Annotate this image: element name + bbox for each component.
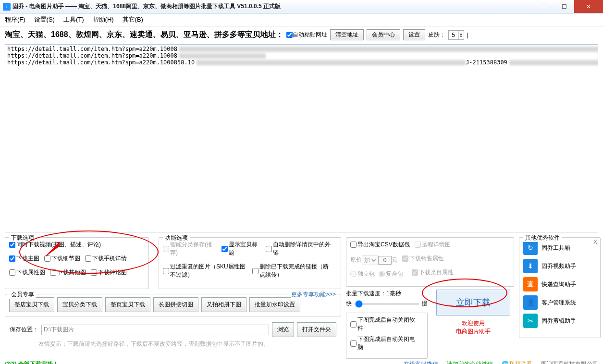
member-btn-whole-page[interactable]: 整页宝贝下载 bbox=[105, 297, 150, 312]
download-attr-img-checkbox[interactable]: 下载属性图 bbox=[9, 268, 45, 277]
orig-price-label: 原价 bbox=[350, 256, 362, 264]
member-title: 会员专享 bbox=[9, 291, 36, 299]
filter-dup-checkbox[interactable]: 过滤重复的图片（SKU属性图不过滤） bbox=[163, 263, 247, 279]
batch-speed-label: 批量下载速度：1毫秒 bbox=[346, 290, 428, 298]
pkg-combo-radio: 复合包 bbox=[379, 270, 403, 278]
toolbox-icon: ↻ bbox=[523, 241, 538, 255]
soft-item-crm[interactable]: 👤客户管理系统 bbox=[523, 295, 596, 310]
show-title-checkbox[interactable]: 显示宝贝标题 bbox=[222, 241, 261, 257]
dl-sale-attr-checkbox: 下载销售属性 bbox=[402, 255, 444, 263]
auto-close-soft-checkbox[interactable]: 下图完成后自动关闭软件 bbox=[350, 316, 418, 332]
close-button[interactable]: ✕ bbox=[574, 0, 603, 13]
express-icon: 查 bbox=[523, 277, 538, 291]
spinner-arrows-icon[interactable]: ▲▼ bbox=[458, 31, 464, 39]
url-textarea[interactable]: https://detail.tmall.com/item.htm?spm=a2… bbox=[5, 44, 598, 232]
function-options-title: 功能选项 bbox=[163, 234, 190, 242]
other-software-group: 其他优秀软件 X ↻固乔工具箱 ⬇固乔视频助手 查快递查询助手 👤客户管理系统 … bbox=[519, 237, 601, 338]
member-btn-whole-shop[interactable]: 整店宝贝下载 bbox=[9, 297, 54, 312]
member-btn-category[interactable]: 宝贝分类下载 bbox=[57, 297, 102, 312]
menu-settings[interactable]: 设置(S) bbox=[34, 15, 55, 24]
skin-value-input[interactable] bbox=[449, 31, 458, 39]
skin-label: 皮肤： bbox=[428, 31, 445, 39]
member-center-button[interactable]: 会员中心 bbox=[367, 29, 400, 40]
menu-program[interactable]: 程序(F) bbox=[5, 15, 25, 24]
price-op-select: 加 bbox=[362, 255, 378, 265]
auto-paste-checkbox[interactable]: 自动粘贴网址 bbox=[286, 31, 327, 39]
status-bar: (3/3) 全部下载完毕！ 在线客服微信 请加我的企业微信 🌐和我联系 厦门固乔… bbox=[0, 359, 603, 364]
download-options-title: 下载选项 bbox=[9, 234, 36, 242]
welcome-text-1: 欢迎使用 bbox=[432, 319, 514, 328]
welcome-text-2: 电商图片助手 bbox=[432, 328, 514, 336]
auto-del-ext-checkbox[interactable]: 自动删除详情页中的外链 bbox=[266, 241, 332, 257]
app-icon: ↓ bbox=[3, 3, 11, 11]
clear-address-button[interactable]: 清空地址 bbox=[330, 29, 364, 40]
soft-item-toolbox[interactable]: ↻固乔工具箱 bbox=[523, 241, 596, 255]
fast-label: 快 bbox=[346, 300, 352, 308]
member-btn-watermark[interactable]: 批量加水印设置 bbox=[249, 297, 300, 312]
open-folder-button[interactable]: 打开文件夹 bbox=[297, 322, 336, 337]
options-area: 下载选项 同时下载视频(主图、描述、评论) 下载主图 下载细节图 下载手机详情 … bbox=[0, 232, 603, 359]
download-options-group: 下载选项 同时下载视频(主图、描述、评论) 下载主图 下载细节图 下载手机详情 … bbox=[5, 237, 149, 289]
window-title: 固乔 - 电商图片助手 —— 淘宝、天猫、1688阿里、京东、微商相册等图片批量… bbox=[12, 2, 534, 11]
slow-label: 慢 bbox=[422, 300, 428, 308]
download-now-button[interactable]: 立即下载 bbox=[436, 290, 510, 315]
download-comment-img-checkbox[interactable]: 下载评论图 bbox=[91, 268, 127, 277]
status-text: (3/3) 全部下载完毕！ bbox=[5, 360, 59, 364]
hint-text: 友情提示：下载前请先选择好路径，下载后不要改变路径，否则数据包中显示不了图片的。 bbox=[5, 339, 341, 350]
crm-icon: 👤 bbox=[523, 295, 538, 310]
menu-help[interactable]: 帮助(H) bbox=[93, 15, 114, 24]
minimize-button[interactable]: — bbox=[534, 0, 554, 13]
export-group: 导出淘宝CSV数据包 远程详情图 原价 加 元 下载销售属性 独立包 复合包 下… bbox=[346, 237, 514, 287]
editor-icon: ✂ bbox=[523, 314, 538, 328]
menu-other[interactable]: 其它(B) bbox=[123, 15, 143, 24]
soft-item-video[interactable]: ⬇固乔视频助手 bbox=[523, 259, 596, 273]
browse-button[interactable]: 浏览 bbox=[272, 322, 294, 337]
download-other-img-checkbox[interactable]: 下载其他图 bbox=[50, 268, 86, 277]
speed-slider[interactable] bbox=[355, 303, 419, 305]
download-mobile-detail-checkbox[interactable]: 下载手机详情 bbox=[85, 255, 127, 263]
close-soft-panel-icon[interactable]: X bbox=[593, 239, 597, 245]
maximize-button[interactable]: ☐ bbox=[554, 0, 574, 13]
del-done-checkbox[interactable]: 删除已下载完成的链接（断点续传） bbox=[252, 263, 332, 279]
menu-bar: 程序(F) 设置(S) 工具(T) 帮助(H) 其它(B) bbox=[0, 13, 603, 26]
soft-item-editor[interactable]: ✂固乔剪辑助手 bbox=[523, 314, 596, 328]
settings-button[interactable]: 设置 bbox=[403, 29, 425, 40]
company-label: 厦门固乔科技有限公司 bbox=[541, 360, 598, 364]
download-main-img-checkbox[interactable]: 下载主图 bbox=[9, 255, 39, 263]
menu-tools[interactable]: 工具(T) bbox=[63, 15, 84, 24]
video-icon: ⬇ bbox=[523, 259, 538, 273]
save-path-label: 保存位置： bbox=[10, 326, 38, 334]
auto-close-pc-checkbox[interactable]: 下图完成后自动关闭电脑 bbox=[350, 335, 418, 352]
address-toolbar: 淘宝、天猫、1688、敦煌网、京东、速卖通、易贝、亚马逊、拼多多等宝贝地址： 自… bbox=[0, 26, 603, 43]
member-btn-long-img[interactable]: 长图拼接切图 bbox=[153, 297, 198, 312]
price-value-input bbox=[378, 256, 392, 265]
soft-item-express[interactable]: 查快递查询助手 bbox=[523, 277, 596, 291]
contact-me-link[interactable]: 🌐和我联系 bbox=[502, 360, 532, 364]
dl-cat-attr-checkbox: 下载类目属性 bbox=[412, 268, 454, 277]
export-csv-checkbox[interactable]: 导出淘宝CSV数据包 bbox=[350, 241, 410, 249]
skin-spinner[interactable]: ▲▼ bbox=[448, 30, 464, 40]
download-detail-img-checkbox[interactable]: 下载细节图 bbox=[44, 255, 80, 263]
title-bar: ↓ 固乔 - 电商图片助手 —— 淘宝、天猫、1688阿里、京东、微商相册等图片… bbox=[0, 0, 603, 13]
save-path-input[interactable] bbox=[41, 325, 269, 335]
cs-wechat-link[interactable]: 在线客服微信 bbox=[404, 360, 438, 364]
more-member-link[interactable]: 更多专享功能>>> bbox=[291, 291, 336, 299]
member-group: 会员专享 更多专享功能>>> 整店宝贝下载 宝贝分类下载 整页宝贝下载 长图拼接… bbox=[5, 294, 341, 316]
add-wechat-link[interactable]: 请加我的企业微信 bbox=[447, 360, 493, 364]
smart-save-checkbox: 智能分类保存(推荐) bbox=[163, 241, 217, 257]
address-label: 淘宝、天猫、1688、敦煌网、京东、速卖通、易贝、亚马逊、拼多多等宝贝地址： bbox=[5, 30, 283, 40]
remote-detail-checkbox: 远程详情图 bbox=[415, 241, 451, 249]
other-software-title: 其他优秀软件 bbox=[523, 234, 562, 242]
pkg-single-radio: 独立包 bbox=[350, 270, 375, 278]
function-options-group: 功能选项 智能分类保存(推荐) 显示宝贝标题 自动删除详情页中的外链 过滤重复的… bbox=[159, 237, 341, 289]
member-btn-upyun[interactable]: 又拍相册下图 bbox=[201, 297, 246, 312]
